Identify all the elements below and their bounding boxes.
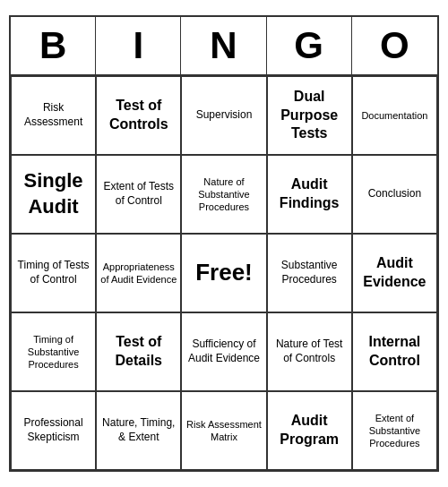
- bingo-cell-4-1: Nature, Timing, & Extent: [96, 391, 181, 470]
- bingo-cell-2-0: Timing of Tests of Control: [11, 234, 96, 312]
- bingo-letter-i: I: [96, 17, 181, 74]
- bingo-cell-4-0: Professional Skepticism: [11, 391, 96, 470]
- bingo-cell-4-3: Audit Program: [267, 391, 352, 470]
- bingo-cell-3-0: Timing of Substantive Procedures: [11, 312, 96, 391]
- bingo-cell-3-1: Test of Details: [96, 312, 181, 391]
- bingo-card: BINGO Risk AssessmentTest of ControlsSup…: [9, 15, 439, 472]
- bingo-cell-1-4: Conclusion: [352, 155, 437, 234]
- bingo-cell-0-3: Dual Purpose Tests: [267, 76, 352, 155]
- bingo-cell-3-2: Sufficiency of Audit Evidence: [181, 312, 266, 391]
- bingo-cell-0-0: Risk Assessment: [11, 76, 96, 155]
- bingo-cell-1-2: Nature of Substantive Procedures: [181, 155, 266, 234]
- bingo-header: BINGO: [11, 17, 437, 76]
- bingo-cell-1-1: Extent of Tests of Control: [96, 155, 181, 234]
- bingo-cell-3-4: Internal Control: [352, 312, 437, 391]
- bingo-cell-1-0: Single Audit: [11, 155, 96, 234]
- bingo-cell-4-2: Risk Assessment Matrix: [181, 391, 266, 470]
- bingo-cell-4-4: Extent of Substantive Procedures: [352, 391, 437, 470]
- bingo-letter-o: O: [352, 17, 437, 74]
- bingo-letter-g: G: [267, 17, 352, 74]
- bingo-cell-2-3: Substantive Procedures: [267, 234, 352, 312]
- bingo-cell-0-1: Test of Controls: [96, 76, 181, 155]
- bingo-grid: Risk AssessmentTest of ControlsSupervisi…: [11, 76, 437, 470]
- bingo-cell-1-3: Audit Findings: [267, 155, 352, 234]
- bingo-cell-2-2: Free!: [181, 234, 266, 312]
- bingo-letter-b: B: [11, 17, 96, 74]
- bingo-letter-n: N: [181, 17, 266, 74]
- bingo-cell-0-4: Documentation: [352, 76, 437, 155]
- bingo-cell-0-2: Supervision: [181, 76, 266, 155]
- bingo-cell-2-1: Appropriateness of Audit Evidence: [96, 234, 181, 312]
- bingo-cell-3-3: Nature of Test of Controls: [267, 312, 352, 391]
- bingo-cell-2-4: Audit Evidence: [352, 234, 437, 312]
